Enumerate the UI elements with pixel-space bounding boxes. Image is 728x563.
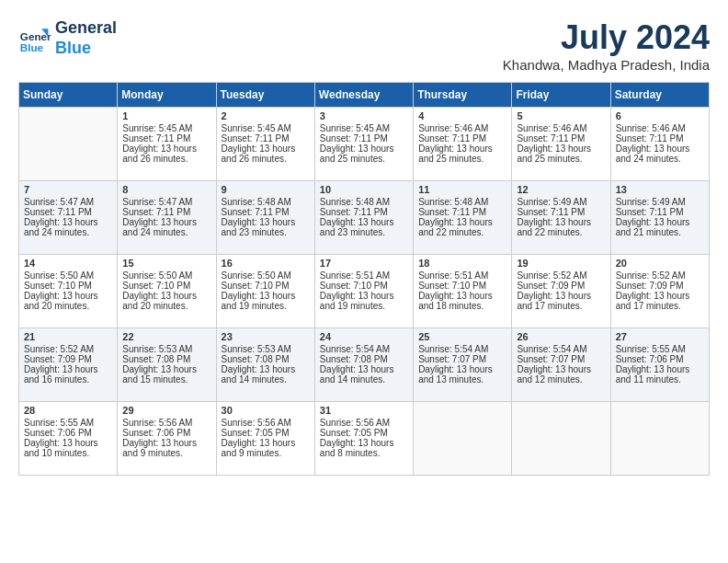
weekday-header: Wednesday <box>314 83 413 108</box>
sunrise-text: Sunrise: 5:45 AM <box>320 123 408 133</box>
daylight-text: Daylight: 13 hours and 11 minutes. <box>616 364 704 385</box>
sunset-text: Sunset: 7:11 PM <box>616 133 704 144</box>
day-number: 8 <box>122 184 210 195</box>
daylight-text: Daylight: 13 hours and 14 minutes. <box>222 364 310 385</box>
day-number: 23 <box>222 331 310 342</box>
daylight-text: Daylight: 13 hours and 24 minutes. <box>616 144 704 164</box>
calendar-cell: 21Sunrise: 5:52 AMSunset: 7:09 PMDayligh… <box>19 328 118 402</box>
daylight-text: Daylight: 13 hours and 22 minutes. <box>517 217 605 237</box>
sunset-text: Sunset: 7:06 PM <box>122 428 210 438</box>
calendar-cell: 19Sunrise: 5:52 AMSunset: 7:09 PMDayligh… <box>512 255 610 328</box>
day-number: 4 <box>418 110 506 121</box>
day-number: 12 <box>517 184 605 195</box>
calendar-cell: 31Sunrise: 5:56 AMSunset: 7:05 PMDayligh… <box>314 402 413 476</box>
sunrise-text: Sunrise: 5:53 AM <box>222 344 310 354</box>
calendar-cell: 24Sunrise: 5:54 AMSunset: 7:08 PMDayligh… <box>314 328 413 402</box>
daylight-text: Daylight: 13 hours and 23 minutes. <box>222 217 310 237</box>
sunset-text: Sunset: 7:11 PM <box>517 207 605 217</box>
weekday-header: Sunday <box>19 83 118 108</box>
sunrise-text: Sunrise: 5:50 AM <box>122 270 210 281</box>
sunrise-text: Sunrise: 5:47 AM <box>122 197 210 207</box>
daylight-text: Daylight: 13 hours and 20 minutes. <box>122 291 210 311</box>
location: Khandwa, Madhya Pradesh, India <box>503 57 710 73</box>
daylight-text: Daylight: 13 hours and 25 minutes. <box>418 144 506 164</box>
day-number: 6 <box>616 110 704 121</box>
sunrise-text: Sunrise: 5:55 AM <box>616 344 704 354</box>
sunrise-text: Sunrise: 5:55 AM <box>24 418 112 428</box>
daylight-text: Daylight: 13 hours and 26 minutes. <box>122 144 210 164</box>
daylight-text: Daylight: 13 hours and 9 minutes. <box>122 438 210 458</box>
day-number: 15 <box>122 258 210 269</box>
daylight-text: Daylight: 13 hours and 23 minutes. <box>320 217 408 237</box>
day-number: 1 <box>122 110 210 121</box>
sunrise-text: Sunrise: 5:51 AM <box>418 270 506 281</box>
sunset-text: Sunset: 7:11 PM <box>418 133 506 144</box>
day-number: 17 <box>320 258 408 269</box>
calendar-cell: 20Sunrise: 5:52 AMSunset: 7:09 PMDayligh… <box>610 255 709 328</box>
daylight-text: Daylight: 13 hours and 12 minutes. <box>517 364 605 385</box>
sunset-text: Sunset: 7:11 PM <box>24 207 112 217</box>
calendar-cell: 10Sunrise: 5:48 AMSunset: 7:11 PMDayligh… <box>314 181 413 255</box>
sunset-text: Sunset: 7:08 PM <box>222 354 310 364</box>
month-title: July 2024 <box>503 18 710 57</box>
sunrise-text: Sunrise: 5:46 AM <box>517 123 605 133</box>
calendar-cell: 26Sunrise: 5:54 AMSunset: 7:07 PMDayligh… <box>512 328 610 402</box>
day-number: 13 <box>616 184 704 195</box>
weekday-header: Thursday <box>414 83 512 108</box>
sunrise-text: Sunrise: 5:46 AM <box>418 123 506 133</box>
calendar-cell: 11Sunrise: 5:48 AMSunset: 7:11 PMDayligh… <box>414 181 512 255</box>
calendar-cell: 9Sunrise: 5:48 AMSunset: 7:11 PMDaylight… <box>216 181 314 255</box>
sunrise-text: Sunrise: 5:46 AM <box>616 123 704 133</box>
daylight-text: Daylight: 13 hours and 22 minutes. <box>418 217 506 237</box>
sunrise-text: Sunrise: 5:54 AM <box>320 344 408 354</box>
svg-text:Blue: Blue <box>20 40 44 52</box>
daylight-text: Daylight: 13 hours and 25 minutes. <box>517 144 605 164</box>
calendar-cell: 3Sunrise: 5:45 AMSunset: 7:11 PMDaylight… <box>314 108 413 181</box>
day-number: 29 <box>122 405 210 416</box>
calendar-cell <box>414 402 512 476</box>
day-number: 14 <box>24 258 112 269</box>
sunset-text: Sunset: 7:11 PM <box>517 133 605 144</box>
sunset-text: Sunset: 7:11 PM <box>320 207 408 217</box>
daylight-text: Daylight: 13 hours and 17 minutes. <box>616 291 704 311</box>
calendar-cell: 1Sunrise: 5:45 AMSunset: 7:11 PMDaylight… <box>118 108 216 181</box>
daylight-text: Daylight: 13 hours and 17 minutes. <box>517 291 605 311</box>
sunrise-text: Sunrise: 5:56 AM <box>222 418 310 428</box>
sunrise-text: Sunrise: 5:52 AM <box>517 270 605 281</box>
day-number: 9 <box>222 184 310 195</box>
sunrise-text: Sunrise: 5:49 AM <box>517 197 605 207</box>
day-number: 5 <box>517 110 605 121</box>
logo-icon: General Blue <box>18 22 51 55</box>
sunset-text: Sunset: 7:10 PM <box>320 281 408 291</box>
calendar-cell: 7Sunrise: 5:47 AMSunset: 7:11 PMDaylight… <box>19 181 118 255</box>
day-number: 24 <box>320 331 408 342</box>
calendar-cell: 17Sunrise: 5:51 AMSunset: 7:10 PMDayligh… <box>314 255 413 328</box>
logo: General Blue General Blue <box>18 18 117 58</box>
daylight-text: Daylight: 13 hours and 24 minutes. <box>122 217 210 237</box>
sunrise-text: Sunrise: 5:54 AM <box>418 344 506 354</box>
day-number: 30 <box>222 405 310 416</box>
sunset-text: Sunset: 7:08 PM <box>320 354 408 364</box>
sunset-text: Sunset: 7:11 PM <box>418 207 506 217</box>
sunset-text: Sunset: 7:11 PM <box>320 133 408 144</box>
day-number: 28 <box>24 405 112 416</box>
sunset-text: Sunset: 7:08 PM <box>122 354 210 364</box>
sunrise-text: Sunrise: 5:50 AM <box>24 270 112 281</box>
daylight-text: Daylight: 13 hours and 26 minutes. <box>222 144 310 164</box>
sunset-text: Sunset: 7:11 PM <box>222 133 310 144</box>
calendar-cell: 8Sunrise: 5:47 AMSunset: 7:11 PMDaylight… <box>118 181 216 255</box>
calendar-cell: 22Sunrise: 5:53 AMSunset: 7:08 PMDayligh… <box>118 328 216 402</box>
sunset-text: Sunset: 7:06 PM <box>616 354 704 364</box>
sunset-text: Sunset: 7:09 PM <box>616 281 704 291</box>
sunset-text: Sunset: 7:07 PM <box>418 354 506 364</box>
day-number: 16 <box>222 258 310 269</box>
daylight-text: Daylight: 13 hours and 15 minutes. <box>122 364 210 385</box>
sunrise-text: Sunrise: 5:56 AM <box>122 418 210 428</box>
sunrise-text: Sunrise: 5:48 AM <box>418 197 506 207</box>
calendar-cell: 4Sunrise: 5:46 AMSunset: 7:11 PMDaylight… <box>414 108 512 181</box>
calendar-cell: 6Sunrise: 5:46 AMSunset: 7:11 PMDaylight… <box>610 108 709 181</box>
calendar-cell <box>19 108 118 181</box>
weekday-header: Tuesday <box>216 83 314 108</box>
sunrise-text: Sunrise: 5:48 AM <box>320 197 408 207</box>
sunset-text: Sunset: 7:09 PM <box>24 354 112 364</box>
